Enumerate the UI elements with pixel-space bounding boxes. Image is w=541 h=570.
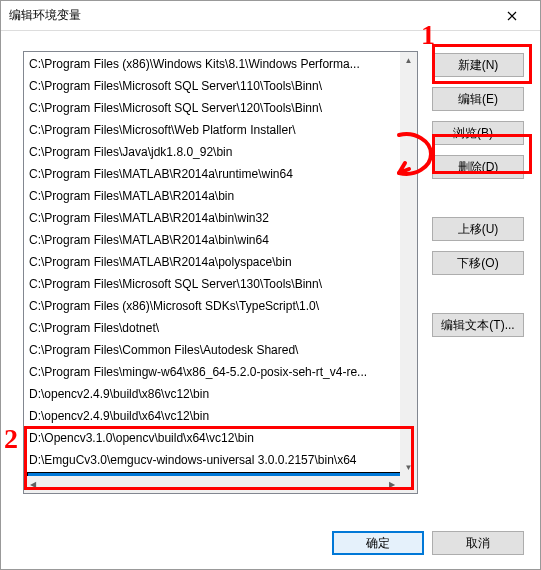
movedown-button[interactable]: 下移(O) <box>432 251 524 275</box>
list-item[interactable]: C:\Program Files\MATLAB\R2014a\bin <box>25 185 416 207</box>
list-item[interactable]: C:\Program Files\Microsoft\Web Platform … <box>25 119 416 141</box>
list-item[interactable]: C:\Program Files\Common Files\Autodesk S… <box>25 339 416 361</box>
list-item[interactable]: D:\EmguCv3.0\emgucv-windows-universal 3.… <box>25 449 416 471</box>
new-button[interactable]: 新建(N) <box>432 53 524 77</box>
scrollbar-vertical[interactable]: ▲ ▼ <box>400 52 417 476</box>
path-list[interactable]: C:\Program Files (x86)\Windows Kits\8.1\… <box>23 51 418 494</box>
list-item[interactable]: C:\Program Files\mingw-w64\x86_64-5.2.0-… <box>25 361 416 383</box>
scroll-h-track[interactable] <box>41 476 383 493</box>
list-item[interactable]: C:\Program Files\MATLAB\R2014a\bin\win64 <box>25 229 416 251</box>
close-button[interactable] <box>492 2 532 30</box>
list-item[interactable]: C:\Program Files\Microsoft SQL Server\13… <box>25 273 416 295</box>
titlebar: 编辑环境变量 <box>1 1 540 31</box>
ok-button[interactable]: 确定 <box>332 531 424 555</box>
button-column: 新建(N) 编辑(E) 浏览(B)... 删除(D) 上移(U) 下移(O) 编… <box>432 53 524 347</box>
scroll-left-button[interactable]: ◀ <box>24 476 41 493</box>
window-title: 编辑环境变量 <box>9 7 492 24</box>
delete-button[interactable]: 删除(D) <box>432 155 524 179</box>
list-item[interactable]: D:\opencv2.4.9\build\x64\vc12\bin <box>25 405 416 427</box>
list-item[interactable]: C:\Program Files\Microsoft SQL Server\11… <box>25 75 416 97</box>
scrollbar-corner <box>400 476 417 493</box>
list-item[interactable]: D:\Opencv3.1.0\opencv\build\x64\vc12\bin <box>25 427 416 449</box>
moveup-button[interactable]: 上移(U) <box>432 217 524 241</box>
scroll-down-button[interactable]: ▼ <box>400 459 417 476</box>
list-item[interactable]: D:\opencv2.4.9\build\x86\vc12\bin <box>25 383 416 405</box>
list-item[interactable]: C:\Program Files\MATLAB\R2014a\bin\win32 <box>25 207 416 229</box>
scroll-right-button[interactable]: ▶ <box>383 476 400 493</box>
annotation-label-2: 2 <box>4 423 18 455</box>
list-item[interactable]: C:\Program Files (x86)\Windows Kits\8.1\… <box>25 53 416 75</box>
cancel-button[interactable]: 取消 <box>432 531 524 555</box>
list-item[interactable]: C:\Program Files\MATLAB\R2014a\runtime\w… <box>25 163 416 185</box>
scroll-v-track[interactable] <box>400 69 417 459</box>
edit-button[interactable]: 编辑(E) <box>432 87 524 111</box>
list-item[interactable]: C:\Program Files\Microsoft SQL Server\12… <box>25 97 416 119</box>
dialog-window: 编辑环境变量 C:\Program Files (x86)\Windows Ki… <box>0 0 541 570</box>
list-item[interactable]: C:\Program Files\dotnet\ <box>25 317 416 339</box>
scroll-up-button[interactable]: ▲ <box>400 52 417 69</box>
list-item[interactable]: C:\Program Files\Java\jdk1.8.0_92\bin <box>25 141 416 163</box>
dialog-footer: 确定 取消 <box>332 531 524 555</box>
browse-button[interactable]: 浏览(B)... <box>432 121 524 145</box>
close-icon <box>507 11 517 21</box>
scrollbar-horizontal[interactable]: ◀ ▶ <box>24 476 400 493</box>
list-item[interactable]: C:\Program Files\MATLAB\R2014a\polyspace… <box>25 251 416 273</box>
edittext-button[interactable]: 编辑文本(T)... <box>432 313 524 337</box>
list-item[interactable]: C:\Program Files (x86)\Microsoft SDKs\Ty… <box>25 295 416 317</box>
